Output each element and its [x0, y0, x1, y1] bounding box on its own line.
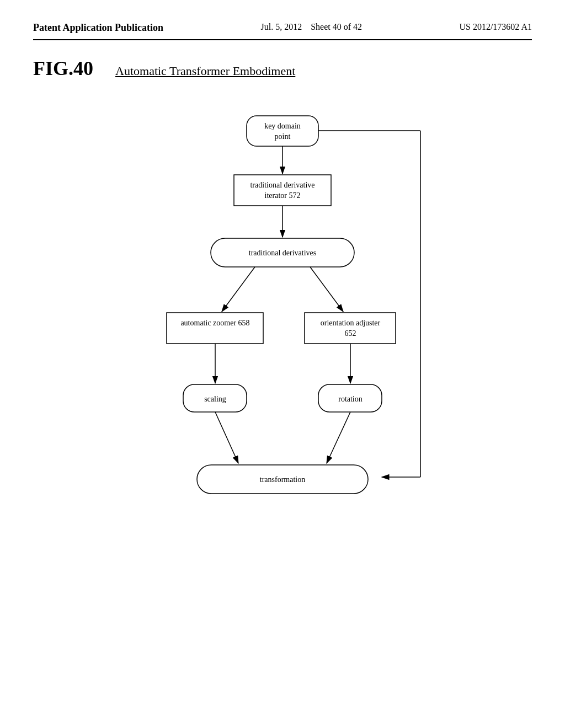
page-header: Patent Application Publication Jul. 5, 2… — [33, 22, 532, 40]
transformation-label: transformation — [260, 475, 305, 484]
key-domain-label2: point — [275, 132, 291, 141]
auto-zoomer-label: automatic zoomer 658 — [180, 319, 249, 327]
arrow-4 — [310, 267, 343, 312]
figure-title: FIG.40 Automatic Transformer Embodiment — [33, 57, 532, 80]
iterator-label2: iterator 572 — [265, 191, 301, 200]
orientation-label: orientation adjuster — [321, 319, 381, 327]
key-domain-label: key domain — [264, 122, 301, 130]
trad-derivatives-label: traditional derivatives — [249, 249, 316, 257]
arrow-3 — [222, 267, 255, 312]
iterator-box — [234, 175, 331, 206]
header-center: Jul. 5, 2012 Sheet 40 of 42 — [260, 22, 362, 32]
figure-subtitle: Automatic Transformer Embodiment — [115, 64, 295, 78]
scaling-label: scaling — [204, 395, 226, 403]
arrow-8 — [327, 412, 350, 463]
auto-zoomer-box — [167, 313, 263, 344]
flowchart-svg: key domain point traditional derivative … — [111, 102, 454, 543]
publication-title: Patent Application Publication — [33, 22, 163, 34]
rotation-label: rotation — [338, 395, 363, 403]
publication-date: Jul. 5, 2012 — [260, 22, 302, 31]
orientation-box — [305, 313, 396, 344]
key-domain-box — [247, 116, 318, 146]
figure-label: FIG.40 — [33, 57, 93, 80]
diagram-container: key domain point traditional derivative … — [33, 102, 532, 543]
iterator-label: traditional derivative — [250, 181, 315, 189]
arrow-7 — [215, 412, 238, 463]
orientation-label2: 652 — [345, 329, 356, 338]
sheet-info: Sheet 40 of 42 — [311, 22, 362, 31]
patent-number: US 2012/173602 A1 — [459, 22, 532, 32]
page: Patent Application Publication Jul. 5, 2… — [0, 0, 565, 728]
